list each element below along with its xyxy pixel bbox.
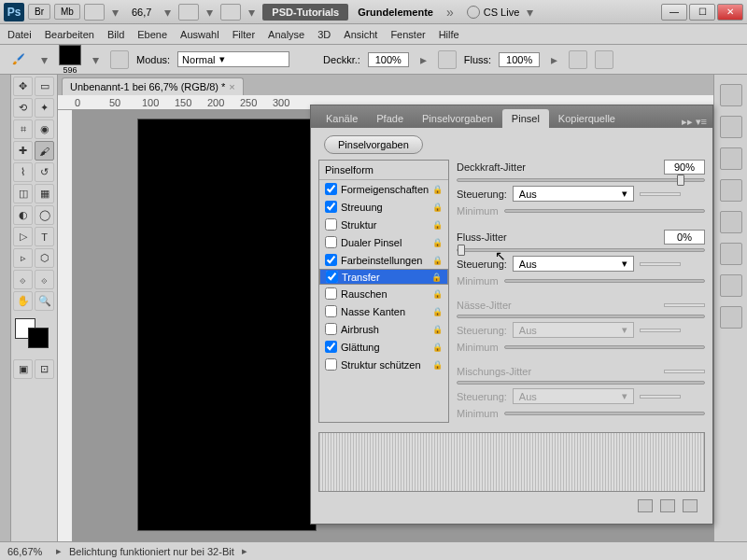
quickmask-icon[interactable]: ▣ [13, 359, 33, 379]
lock-icon[interactable]: 🔒 [432, 256, 443, 265]
brush-option-struktur[interactable]: Struktur🔒 [319, 216, 448, 233]
chevron-icon[interactable]: ▸ [416, 52, 430, 67]
channels-panel-icon[interactable] [720, 274, 742, 297]
chevron-icon[interactable]: ▸ [547, 52, 561, 67]
option-checkbox[interactable] [325, 305, 337, 317]
zoom-value[interactable]: 66,7 [126, 7, 157, 18]
adjust-panel-icon[interactable] [720, 179, 742, 202]
brush-option-struktur-schützen[interactable]: Struktur schützen🔒 [319, 356, 448, 373]
menu-fenster[interactable]: Fenster [390, 29, 425, 40]
paths-panel-icon[interactable] [720, 306, 742, 329]
lock-icon[interactable]: 🔒 [432, 238, 443, 247]
tab-pinsel[interactable]: Pinsel [502, 109, 549, 128]
option-checkbox[interactable] [325, 254, 337, 266]
eraser-tool[interactable]: ◫ [13, 184, 33, 203]
option-checkbox[interactable] [325, 323, 337, 335]
move-tool[interactable]: ✥ [13, 77, 33, 96]
option-checkbox[interactable] [325, 358, 337, 371]
option-checkbox[interactable] [325, 341, 337, 353]
lasso-tool[interactable]: ⟲ [13, 98, 33, 118]
color-swatches[interactable] [15, 318, 52, 352]
flow-input[interactable]: 100% [499, 52, 540, 67]
opacity-jitter-slider[interactable] [457, 178, 705, 182]
workspace-psd-tutorials[interactable]: PSD-Tutorials [262, 4, 348, 21]
brush-panel-icon[interactable] [110, 50, 129, 69]
pressure-opacity-icon[interactable] [438, 50, 457, 69]
presets-button[interactable]: Pinselvorgaben [324, 135, 423, 154]
option-checkbox[interactable] [325, 218, 337, 231]
layers-panel-icon[interactable] [720, 243, 742, 265]
cslive-button[interactable]: CS Live ▾ [467, 5, 538, 20]
brush-preview[interactable] [59, 45, 81, 65]
option-checkbox[interactable] [326, 271, 338, 283]
new-icon[interactable] [660, 499, 675, 512]
tab-kopierquelle[interactable]: Kopierquelle [549, 109, 625, 128]
maximize-button[interactable]: ☐ [689, 4, 715, 21]
view-icon[interactable] [84, 4, 105, 21]
brush-option-transfer[interactable]: Transfer🔒 [319, 269, 448, 285]
opacity-input[interactable]: 100% [368, 52, 409, 67]
3d-camera-tool[interactable]: ⟐ [35, 270, 54, 289]
menu-ansicht[interactable]: Ansicht [344, 29, 377, 40]
tab-kanaele[interactable]: Kanäle [317, 109, 367, 128]
heal-tool[interactable]: ✚ [13, 141, 33, 161]
lock-icon[interactable]: 🔒 [432, 289, 443, 299]
arrange-icon[interactable] [178, 4, 199, 21]
menu-datei[interactable]: Datei [7, 29, 32, 40]
workspace-grundelemente[interactable]: Grundelemente [352, 4, 439, 21]
crop-tool[interactable]: ⌗ [13, 119, 33, 139]
color-panel-icon[interactable] [720, 84, 742, 106]
close-icon[interactable]: × [229, 81, 234, 92]
brush-option-nasse-kanten[interactable]: Nasse Kanten🔒 [319, 302, 448, 320]
pressure-size-icon[interactable] [595, 50, 613, 69]
collapse-strip[interactable] [0, 75, 11, 541]
shape-tool[interactable]: ⬡ [35, 248, 54, 268]
tab-pfade[interactable]: Pfade [367, 109, 413, 128]
ruler-vertical[interactable] [58, 110, 73, 541]
lock-icon[interactable]: 🔒 [432, 203, 443, 212]
type-tool[interactable]: T [35, 227, 54, 246]
lock-icon[interactable]: 🔒 [432, 220, 443, 230]
flow-jitter-slider[interactable] [457, 248, 705, 252]
flow-jitter-input[interactable]: 0% [664, 230, 705, 245]
menu-ebene[interactable]: Ebene [137, 29, 167, 40]
lock-icon[interactable]: 🔒 [432, 343, 443, 352]
styles-panel-icon[interactable] [720, 147, 742, 170]
panel-menu-icon[interactable]: ▸▸ ▾≡ [676, 116, 712, 128]
trash-icon[interactable] [683, 499, 698, 512]
menu-3d[interactable]: 3D [317, 29, 331, 40]
menu-bild[interactable]: Bild [107, 29, 124, 40]
brush-option-dualer-pinsel[interactable]: Dualer Pinsel🔒 [319, 233, 448, 251]
brush-tool-icon[interactable]: 🖌️ [7, 49, 30, 71]
blur-tool[interactable]: ◐ [13, 205, 33, 225]
brush-option-streuung[interactable]: Streuung🔒 [319, 198, 448, 216]
mode-select[interactable]: Normal▾ [177, 51, 289, 67]
stamp-tool[interactable]: ⌇ [13, 162, 33, 182]
option-checkbox[interactable] [325, 201, 337, 213]
minimize-button[interactable]: — [661, 4, 687, 21]
tab-pinselvorgaben[interactable]: Pinselvorgaben [413, 109, 502, 128]
history-brush-tool[interactable]: ↺ [35, 162, 54, 182]
lock-icon[interactable]: 🔒 [432, 325, 443, 334]
flow-control-select[interactable]: Aus▾ [513, 256, 634, 272]
lock-icon[interactable]: 🔒 [432, 185, 443, 194]
chevron-icon[interactable]: ▸ [242, 545, 247, 557]
doc-tab[interactable]: Unbenannt-1 bei 66,7% (RGB/8) * × [62, 77, 244, 95]
marquee-tool[interactable]: ▭ [35, 77, 54, 96]
screen-icon[interactable] [220, 4, 241, 21]
option-checkbox[interactable] [325, 236, 337, 248]
menu-hilfe[interactable]: Hilfe [439, 29, 459, 40]
eyedropper-tool[interactable]: ◉ [35, 119, 54, 139]
play-icon[interactable] [720, 211, 742, 233]
lock-icon[interactable]: 🔒 [431, 273, 442, 282]
toggle-icon[interactable] [638, 499, 653, 512]
pen-tool[interactable]: ▷ [13, 227, 33, 246]
brush-option-airbrush[interactable]: Airbrush🔒 [319, 320, 448, 338]
opacity-jitter-input[interactable]: 90% [664, 160, 705, 175]
menu-filter[interactable]: Filter [233, 29, 255, 40]
minibridge-button[interactable]: Mb [54, 4, 80, 20]
zoom-tool[interactable]: 🔍 [35, 291, 54, 311]
more-icon[interactable]: » [443, 5, 458, 20]
chevron-icon[interactable]: ▸ [56, 545, 62, 557]
option-checkbox[interactable] [325, 287, 337, 300]
